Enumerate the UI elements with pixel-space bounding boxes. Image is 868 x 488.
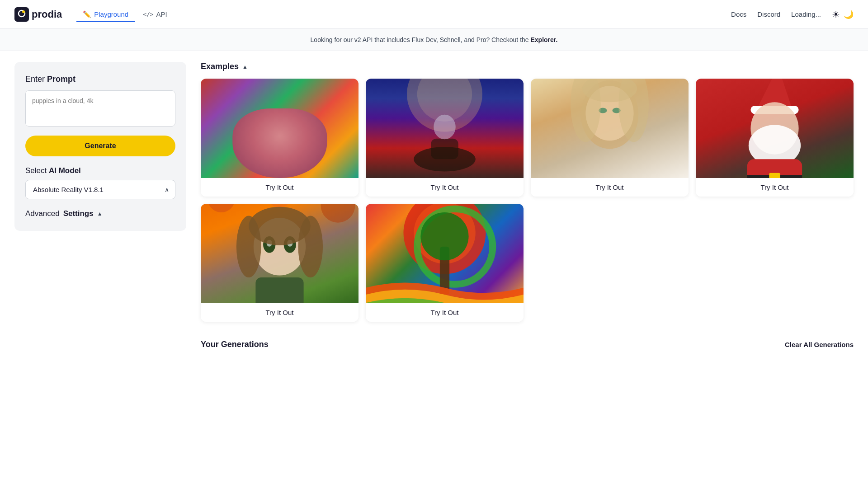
advanced-caret: ▲ bbox=[97, 211, 103, 217]
docs-link[interactable]: Docs bbox=[731, 10, 746, 18]
content-area: Examples ▲ Try It Out bbox=[201, 62, 854, 349]
astronaut-svg bbox=[366, 79, 524, 178]
svg-point-32 bbox=[298, 216, 323, 278]
discord-link[interactable]: Discord bbox=[757, 10, 780, 18]
svg-point-7 bbox=[434, 115, 456, 140]
santa-svg bbox=[696, 79, 854, 178]
example-image-psychedelic bbox=[366, 204, 524, 303]
advanced-settings[interactable]: Advanced Settings ▲ bbox=[25, 209, 175, 218]
generations-title: Your Generations bbox=[201, 340, 269, 349]
explorer-link[interactable]: Explorer. bbox=[530, 36, 557, 43]
generate-button[interactable]: Generate bbox=[25, 136, 175, 156]
prompt-label: Enter Prompt bbox=[25, 75, 175, 84]
svg-point-22 bbox=[208, 204, 235, 212]
examples-header[interactable]: Examples ▲ bbox=[201, 62, 854, 71]
try-it-out-button-0[interactable]: Try It Out bbox=[201, 178, 359, 197]
nav-api[interactable]: </> API bbox=[137, 7, 174, 22]
image-grid-row1: Try It Out Try It Out bbox=[201, 79, 854, 197]
navbar-left: prodia ✏️ Playground </> API bbox=[14, 7, 174, 22]
sidebar: Enter Prompt Generate Select AI Model Ab… bbox=[14, 62, 186, 231]
svg-rect-21 bbox=[769, 173, 780, 178]
main-container: Enter Prompt Generate Select AI Model Ab… bbox=[0, 51, 868, 360]
nav-playground[interactable]: ✏️ Playground bbox=[76, 7, 135, 22]
anime-girl-svg bbox=[201, 204, 359, 303]
example-card-colorful-face[interactable]: Try It Out bbox=[201, 79, 359, 197]
prompt-input[interactable] bbox=[25, 90, 175, 127]
loading-text: Loading... bbox=[791, 10, 821, 18]
svg-point-31 bbox=[236, 216, 261, 278]
theme-toggle: ☀ 🌙 bbox=[832, 9, 854, 20]
logo[interactable]: prodia bbox=[14, 7, 62, 22]
empty-grid-4 bbox=[696, 204, 854, 322]
clear-all-button[interactable]: Clear All Generations bbox=[785, 341, 854, 348]
example-card-astronaut[interactable]: Try It Out bbox=[366, 79, 524, 197]
examples-caret: ▲ bbox=[242, 64, 248, 70]
svg-rect-0 bbox=[14, 7, 29, 22]
svg-point-2 bbox=[22, 10, 25, 13]
svg-point-38 bbox=[420, 212, 468, 260]
image-grid-row2: Try It Out bbox=[201, 204, 854, 322]
example-card-blonde-girl[interactable]: Try It Out bbox=[531, 79, 689, 197]
empty-grid-3 bbox=[531, 204, 689, 322]
svg-rect-33 bbox=[255, 277, 303, 303]
logo-text: prodia bbox=[32, 9, 62, 20]
model-select-wrapper: Absolute Reality V1.8.1Dreamshaper V8Rea… bbox=[25, 180, 175, 199]
sun-icon[interactable]: ☀ bbox=[832, 9, 840, 20]
navbar: prodia ✏️ Playground </> API Docs Discor… bbox=[0, 0, 868, 29]
logo-icon bbox=[14, 7, 29, 22]
example-image-anime-girl bbox=[201, 204, 359, 303]
generations-header: Your Generations Clear All Generations bbox=[201, 340, 854, 349]
api-icon: </> bbox=[143, 11, 153, 18]
try-it-out-button-1[interactable]: Try It Out bbox=[366, 178, 524, 197]
example-image-colorful-face bbox=[201, 79, 359, 178]
example-card-anime-girl[interactable]: Try It Out bbox=[201, 204, 359, 322]
example-image-blonde-girl bbox=[531, 79, 689, 178]
model-select[interactable]: Absolute Reality V1.8.1Dreamshaper V8Rea… bbox=[25, 180, 175, 199]
try-it-out-button-5[interactable]: Try It Out bbox=[366, 303, 524, 322]
try-it-out-button-4[interactable]: Try It Out bbox=[201, 303, 359, 322]
example-image-astronaut bbox=[366, 79, 524, 178]
example-card-psychedelic[interactable]: Try It Out bbox=[366, 204, 524, 322]
model-label: Select AI Model bbox=[25, 166, 175, 175]
nav-links: ✏️ Playground </> API bbox=[76, 7, 174, 22]
psychedelic-svg bbox=[366, 204, 524, 303]
svg-point-23 bbox=[321, 204, 355, 223]
moon-icon[interactable]: 🌙 bbox=[844, 9, 854, 19]
svg-rect-6 bbox=[431, 139, 458, 160]
banner: Looking for our v2 API that includes Flu… bbox=[0, 29, 868, 51]
try-it-out-button-2[interactable]: Try It Out bbox=[531, 178, 689, 197]
playground-icon: ✏️ bbox=[83, 10, 91, 19]
example-image-santa bbox=[696, 79, 854, 178]
blonde-girl-svg bbox=[531, 79, 689, 178]
navbar-right: Docs Discord Loading... ☀ 🌙 bbox=[731, 9, 854, 20]
try-it-out-button-3[interactable]: Try It Out bbox=[696, 178, 854, 197]
example-card-santa[interactable]: Try It Out bbox=[696, 79, 854, 197]
